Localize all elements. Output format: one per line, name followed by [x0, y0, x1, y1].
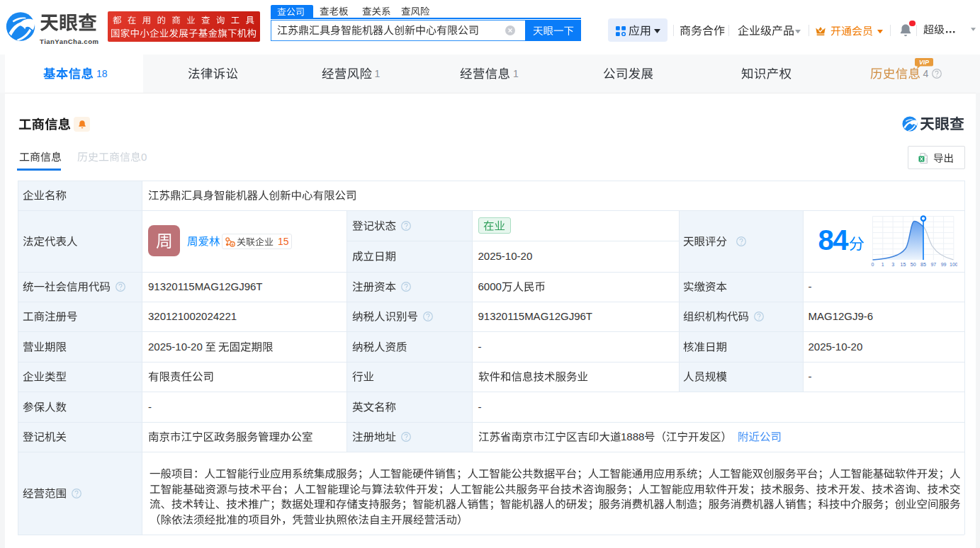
- svg-text:100: 100: [950, 262, 957, 267]
- svg-text:0: 0: [872, 262, 874, 267]
- svg-text:15: 15: [901, 262, 906, 267]
- svg-text:85: 85: [920, 262, 926, 267]
- svg-text:50: 50: [911, 262, 916, 267]
- svg-text:3: 3: [891, 262, 894, 267]
- svg-text:VIP: VIP: [919, 59, 929, 66]
- svg-text:99: 99: [941, 262, 947, 267]
- svg-text:1: 1: [882, 262, 884, 267]
- svg-text:97: 97: [930, 262, 936, 267]
